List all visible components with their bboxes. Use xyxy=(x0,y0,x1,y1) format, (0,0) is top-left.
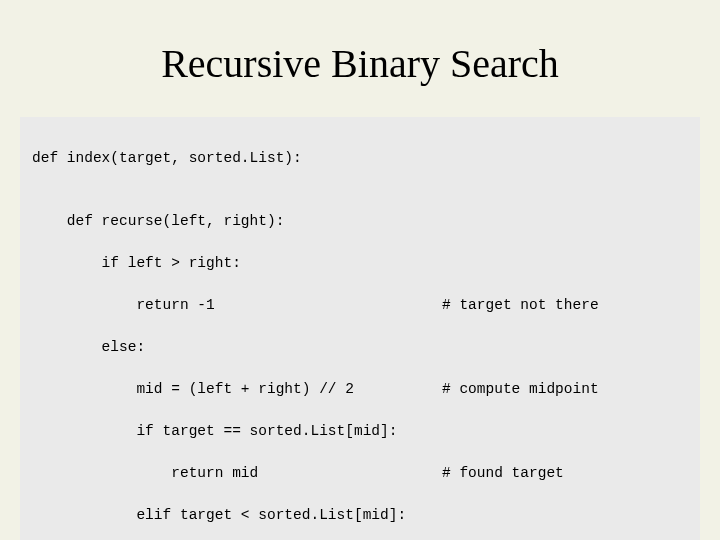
code-comment: # compute midpoint xyxy=(442,379,599,400)
code-line: if target == sorted.List[mid]: xyxy=(32,421,442,442)
code-line: elif target < sorted.List[mid]: xyxy=(32,505,442,526)
code-comment: # found target xyxy=(442,463,564,484)
code-line: def recurse(left, right): xyxy=(32,211,442,232)
code-line: return -1 xyxy=(32,295,442,316)
slide-title: Recursive Binary Search xyxy=(20,40,700,87)
code-line: else: xyxy=(32,337,442,358)
slide: Recursive Binary Search def index(target… xyxy=(0,0,720,540)
code-line: mid = (left + right) // 2 xyxy=(32,379,442,400)
code-line: if left > right: xyxy=(32,253,442,274)
code-line: def index(target, sorted.List): xyxy=(32,148,442,169)
code-comment: # target not there xyxy=(442,295,599,316)
code-line: return mid xyxy=(32,463,442,484)
code-block: def index(target, sorted.List): def recu… xyxy=(20,117,700,540)
